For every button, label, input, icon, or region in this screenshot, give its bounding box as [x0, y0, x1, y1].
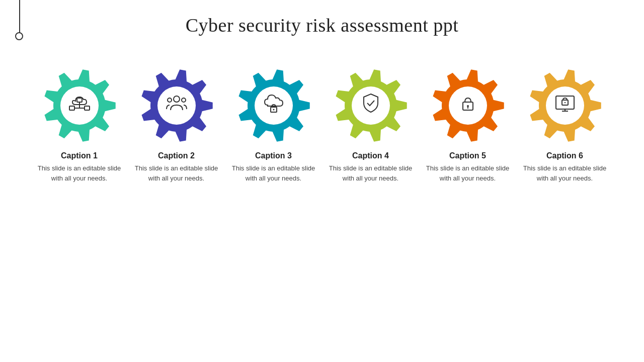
gear-item-3: Caption 3 This slide is an editable slid… — [229, 66, 317, 183]
svg-rect-2 — [77, 98, 82, 102]
caption-title-1: Caption 1 — [61, 151, 98, 160]
caption-text-1: This slide is an editable slide with all… — [35, 163, 123, 183]
svg-rect-1 — [69, 106, 74, 110]
caption-title-4: Caption 4 — [352, 151, 389, 160]
svg-point-17 — [467, 105, 469, 107]
gear-svg-1 — [40, 66, 118, 144]
caption-title-6: Caption 6 — [546, 151, 583, 160]
gear-svg-6 — [526, 66, 604, 144]
lock-screen-icon — [457, 92, 479, 119]
timeline-line — [19, 0, 20, 34]
caption-title-3: Caption 3 — [255, 151, 292, 160]
monitor-lock-icon — [554, 92, 576, 119]
gear-item-1: Caption 1 This slide is an editable slid… — [35, 66, 123, 183]
timeline-circle — [15, 32, 23, 40]
svg-point-13 — [273, 109, 274, 111]
svg-point-24 — [564, 102, 565, 103]
svg-point-8 — [174, 96, 180, 102]
gear-svg-4 — [332, 66, 410, 144]
gear-svg-2 — [137, 66, 215, 144]
svg-rect-3 — [85, 106, 90, 110]
caption-text-4: This slide is an editable slide with all… — [327, 163, 415, 183]
gears-container: Caption 1 This slide is an editable slid… — [0, 66, 644, 183]
slide: Cyber security risk assessment ppt Capti… — [0, 0, 644, 362]
gear-item-5: Caption 5 This slide is an editable slid… — [424, 66, 512, 183]
slide-title: Cyber security risk assessment ppt — [0, 0, 644, 36]
cloud-network-icon — [68, 92, 91, 119]
gear-svg-5 — [429, 66, 507, 144]
caption-title-5: Caption 5 — [449, 151, 486, 160]
shield-check-icon — [360, 92, 382, 119]
caption-text-6: This slide is an editable slide with all… — [521, 163, 609, 183]
svg-point-9 — [168, 98, 172, 102]
svg-point-10 — [182, 98, 186, 102]
caption-title-2: Caption 2 — [158, 151, 195, 160]
cloud-lock-icon — [263, 92, 285, 119]
gear-item-4: Caption 4 This slide is an editable slid… — [327, 66, 415, 183]
caption-text-5: This slide is an editable slide with all… — [424, 163, 512, 183]
caption-text-3: This slide is an editable slide with all… — [229, 163, 317, 183]
group-icon — [166, 92, 188, 119]
gear-svg-3 — [234, 66, 312, 144]
gear-item-2: Caption 2 This slide is an editable slid… — [132, 66, 220, 183]
caption-text-2: This slide is an editable slide with all… — [132, 163, 220, 183]
gear-item-6: Caption 6 This slide is an editable slid… — [521, 66, 609, 183]
